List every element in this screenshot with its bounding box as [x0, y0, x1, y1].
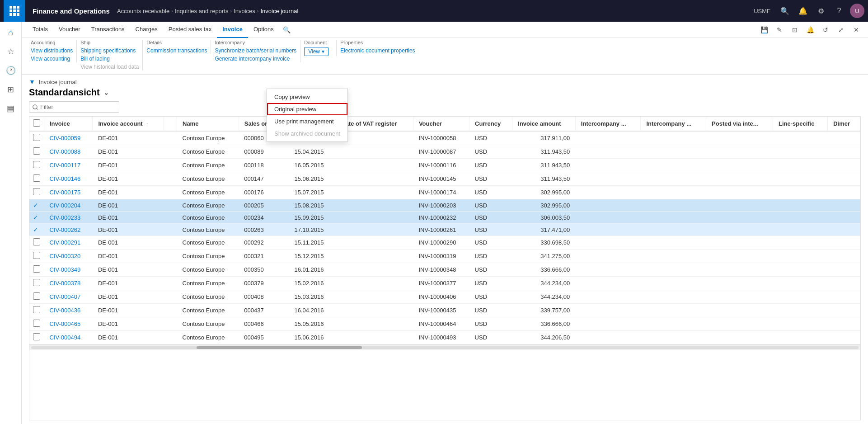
col-line-specific[interactable]: Line-specific — [773, 117, 828, 131]
open-icon[interactable]: ⊡ — [788, 24, 801, 36]
notifications-icon[interactable]: 🔔 — [796, 4, 810, 18]
invoice-link[interactable]: CIV-000436 — [44, 304, 93, 317]
row-checkbox-cell[interactable] — [29, 159, 44, 172]
electronic-doc-props-button[interactable]: Electronic document properties — [340, 47, 415, 54]
row-checkbox[interactable] — [33, 292, 40, 300]
invoice-link[interactable]: CIV-000320 — [44, 250, 93, 263]
row-checkbox-cell[interactable] — [29, 317, 44, 331]
row-checkbox[interactable] — [33, 238, 40, 245]
invoice-link[interactable]: CIV-000233 — [44, 212, 93, 224]
row-checkbox-cell[interactable] — [29, 172, 44, 186]
invoice-link[interactable]: CIV-000262 — [44, 224, 93, 236]
sidebar-star-icon[interactable]: ☆ — [2, 42, 20, 61]
col-name[interactable]: Name — [177, 117, 239, 131]
row-checkbox-cell[interactable] — [29, 277, 44, 290]
edit-icon[interactable]: ✎ — [773, 24, 786, 36]
col-amount[interactable]: Invoice amount — [512, 117, 576, 131]
bill-of-lading-button[interactable]: Bill of lading — [80, 55, 139, 62]
show-archived-document-item[interactable]: Show archived document — [267, 127, 347, 140]
row-checkbox[interactable] — [33, 161, 40, 168]
filter-input[interactable] — [29, 101, 119, 113]
app-launcher-button[interactable] — [4, 0, 25, 22]
tab-totals[interactable]: Totals — [27, 22, 53, 38]
col-interco1[interactable]: Intercompany ... — [575, 117, 641, 131]
select-all-checkbox[interactable] — [33, 119, 40, 127]
select-all-checkbox-header[interactable] — [29, 117, 44, 131]
shipping-specs-button[interactable]: Shipping specifications — [80, 47, 139, 54]
generate-intercompany-button[interactable]: Generate intercompany invoice — [215, 55, 296, 62]
row-checkbox-cell[interactable] — [29, 131, 44, 145]
row-checkbox-cell[interactable] — [29, 236, 44, 250]
user-avatar[interactable]: U — [850, 4, 864, 18]
view-dropdown-button[interactable]: View ▾ — [304, 47, 328, 56]
invoice-link[interactable]: CIV-000378 — [44, 277, 93, 290]
tab-charges[interactable]: Charges — [130, 22, 163, 38]
breadcrumb-inquiries[interactable]: Inquiries and reports — [175, 8, 229, 14]
row-checkbox[interactable] — [33, 188, 40, 195]
invoice-link[interactable]: CIV-000088 — [44, 145, 93, 159]
row-checkbox[interactable] — [33, 147, 40, 155]
invoice-link[interactable]: CIV-000146 — [44, 172, 93, 186]
row-checkbox-cell[interactable] — [29, 263, 44, 277]
help-icon[interactable]: ? — [832, 4, 846, 18]
use-print-management-item[interactable]: Use print management — [267, 115, 347, 127]
search-icon[interactable]: 🔍 — [778, 4, 792, 18]
row-checkbox[interactable] — [33, 134, 40, 141]
row-checkbox-cell[interactable] — [29, 186, 44, 199]
invoice-link[interactable]: CIV-000117 — [44, 159, 93, 172]
view-historical-button[interactable]: View historical load data — [80, 63, 139, 71]
col-voucher[interactable]: Voucher — [413, 117, 469, 131]
ribbon-search-icon[interactable]: 🔍 — [283, 26, 291, 33]
sidebar-home-icon[interactable]: ⌂ — [2, 24, 20, 42]
invoice-link[interactable]: CIV-000407 — [44, 290, 93, 304]
copy-preview-item[interactable]: Copy preview — [267, 91, 347, 103]
refresh-icon[interactable]: ↺ — [819, 24, 832, 36]
invoice-link[interactable]: CIV-000204 — [44, 199, 93, 212]
col-interco2[interactable]: Intercompany ... — [641, 117, 706, 131]
sync-batch-button[interactable]: Synchronize batch/serial numbers — [215, 47, 296, 54]
tab-posted-sales-tax[interactable]: Posted sales tax — [163, 22, 217, 38]
col-posted-via[interactable]: Posted via inte... — [706, 117, 773, 131]
col-account[interactable]: Invoice account ↑ — [93, 117, 164, 131]
row-checkbox[interactable] — [33, 252, 40, 259]
row-checkbox-cell[interactable] — [29, 145, 44, 159]
close-icon[interactable]: ✕ — [850, 24, 863, 36]
row-checkbox-cell[interactable] — [29, 304, 44, 317]
tab-options[interactable]: Options — [248, 22, 279, 38]
row-checkbox[interactable] — [33, 174, 40, 182]
sidebar-filter-icon[interactable]: ▤ — [2, 99, 20, 118]
row-checkbox-cell[interactable]: ✓ — [29, 199, 44, 212]
row-checkbox[interactable] — [33, 333, 40, 340]
breadcrumb-accounts-receivable[interactable]: Accounts receivable — [117, 8, 169, 14]
row-checkbox-cell[interactable]: ✓ — [29, 224, 44, 236]
row-checkbox-cell[interactable] — [29, 250, 44, 263]
invoice-link[interactable]: CIV-000291 — [44, 236, 93, 250]
view-distributions-button[interactable]: View distributions — [31, 47, 73, 54]
commission-transactions-button[interactable]: Commission transactions — [146, 47, 207, 54]
invoice-link[interactable]: CIV-000349 — [44, 263, 93, 277]
row-checkbox-cell[interactable] — [29, 290, 44, 304]
sidebar-modules-icon[interactable]: ⊞ — [2, 80, 20, 99]
tab-transactions[interactable]: Transactions — [86, 22, 130, 38]
row-checkbox-cell[interactable]: ✓ — [29, 212, 44, 224]
invoice-link[interactable]: CIV-000175 — [44, 186, 93, 199]
row-checkbox[interactable] — [33, 306, 40, 313]
alert-icon[interactable]: 🔔 — [804, 24, 816, 36]
tab-invoice[interactable]: Invoice — [217, 22, 248, 38]
view-accounting-button[interactable]: View accounting — [31, 55, 73, 62]
settings-icon[interactable]: ⚙ — [814, 4, 828, 18]
sidebar-recent-icon[interactable]: 🕐 — [2, 61, 20, 80]
expand-icon[interactable]: ⤢ — [835, 24, 847, 36]
col-dimer[interactable]: Dimer — [828, 117, 860, 131]
row-checkbox-cell[interactable] — [29, 331, 44, 344]
title-dropdown-icon[interactable]: ⌄ — [103, 89, 109, 96]
company-selector[interactable]: USMF — [754, 8, 774, 14]
col-invoice[interactable]: Invoice — [44, 117, 93, 131]
original-preview-item[interactable]: Original preview — [267, 103, 347, 115]
invoice-link[interactable]: CIV-000494 — [44, 331, 93, 344]
filter-toggle-icon[interactable]: ▼ — [29, 78, 35, 85]
row-checkbox[interactable] — [33, 320, 40, 327]
scrollbar-thumb[interactable] — [197, 346, 362, 349]
row-checkbox[interactable] — [33, 279, 40, 286]
invoice-link[interactable]: CIV-000465 — [44, 317, 93, 331]
